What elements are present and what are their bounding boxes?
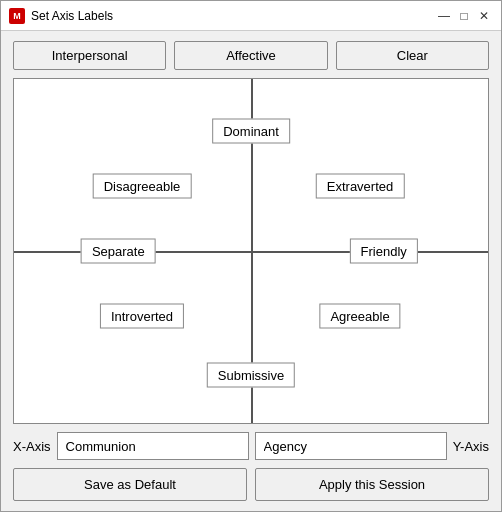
window-title: Set Axis Labels <box>31 9 113 23</box>
window: M Set Axis Labels — □ ✕ Interpersonal Af… <box>0 0 502 512</box>
introverted-label: Introverted <box>100 304 184 329</box>
diagram-area: Dominant Submissive Disagreeable Extrave… <box>13 78 489 424</box>
app-icon: M <box>9 8 25 24</box>
extraverted-label: Extraverted <box>316 173 404 198</box>
y-axis-input[interactable] <box>255 432 447 460</box>
x-axis-label: X-Axis <box>13 439 51 454</box>
axis-row: X-Axis Y-Axis <box>13 432 489 460</box>
separate-label: Separate <box>81 239 156 264</box>
maximize-button[interactable]: □ <box>455 7 473 25</box>
top-buttons: Interpersonal Affective Clear <box>13 41 489 70</box>
title-bar-left: M Set Axis Labels <box>9 8 113 24</box>
interpersonal-button[interactable]: Interpersonal <box>13 41 166 70</box>
submissive-label: Submissive <box>207 362 295 387</box>
dominant-label: Dominant <box>212 118 290 143</box>
title-bar: M Set Axis Labels — □ ✕ <box>1 1 501 31</box>
title-controls: — □ ✕ <box>435 7 493 25</box>
friendly-label: Friendly <box>350 239 418 264</box>
x-axis-input[interactable] <box>57 432 249 460</box>
minimize-button[interactable]: — <box>435 7 453 25</box>
save-default-button[interactable]: Save as Default <box>13 468 247 501</box>
clear-button[interactable]: Clear <box>336 41 489 70</box>
content-area: Interpersonal Affective Clear Dominant S… <box>1 31 501 511</box>
close-button[interactable]: ✕ <box>475 7 493 25</box>
apply-session-button[interactable]: Apply this Session <box>255 468 489 501</box>
disagreeable-label: Disagreeable <box>93 173 192 198</box>
agreeable-label: Agreeable <box>319 304 400 329</box>
y-axis-label: Y-Axis <box>453 439 489 454</box>
affective-button[interactable]: Affective <box>174 41 327 70</box>
bottom-buttons: Save as Default Apply this Session <box>13 468 489 501</box>
